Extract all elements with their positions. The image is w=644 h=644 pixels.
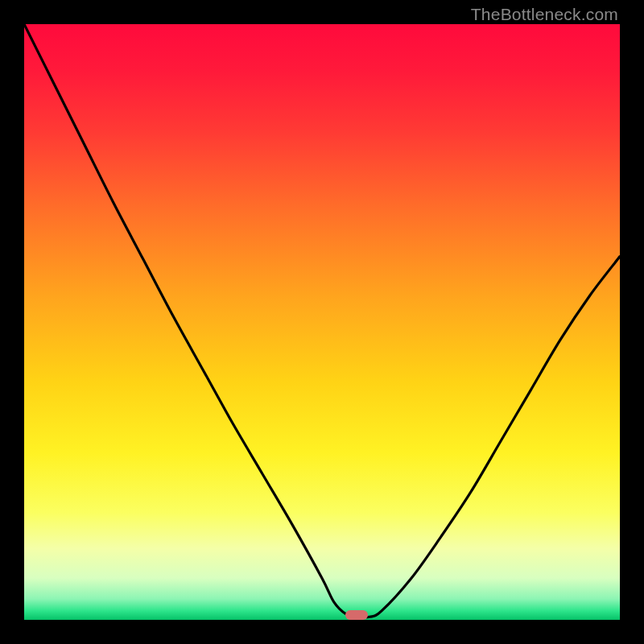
- watermark-text: TheBottleneck.com: [471, 5, 618, 24]
- bottleneck-curve: [24, 24, 620, 620]
- chart-frame: [24, 24, 620, 620]
- optimum-marker: [345, 610, 368, 620]
- plot-area: [24, 24, 620, 620]
